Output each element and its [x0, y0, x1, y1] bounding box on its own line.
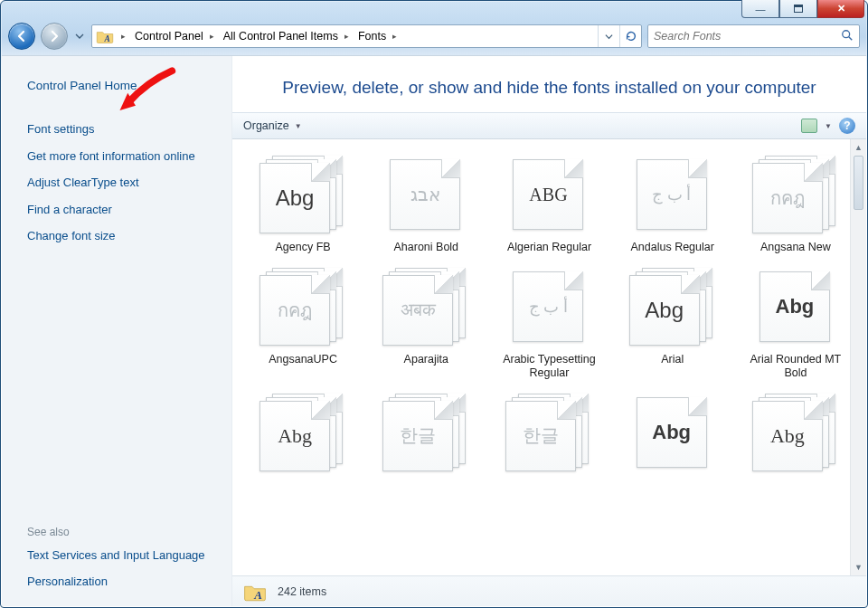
- scrollbar-vertical[interactable]: ▲ ▼: [850, 139, 866, 575]
- font-item[interactable]: अबकAparajita: [368, 268, 484, 381]
- chevron-down-icon: ▼: [295, 122, 302, 130]
- crumb-arrow[interactable]: ▸: [206, 25, 218, 47]
- font-item[interactable]: أ ب جAndalus Regular: [615, 156, 731, 255]
- search-box[interactable]: [647, 24, 860, 48]
- font-name: Arial Rounded MT Bold: [741, 353, 850, 381]
- scroll-down-button[interactable]: ▼: [851, 559, 866, 575]
- font-item[interactable]: אבגAharoni Bold: [368, 156, 484, 255]
- main-content: Preview, delete, or show and hide the fo…: [232, 56, 866, 606]
- organize-menu[interactable]: Organize ▼: [243, 119, 302, 132]
- font-sample: กคฎ: [259, 275, 330, 346]
- seealso-personalization[interactable]: Personalization: [27, 568, 218, 595]
- fonts-folder-icon: A: [94, 25, 116, 47]
- font-item[interactable]: AbgArial: [615, 268, 731, 381]
- font-item[interactable]: AbgAgency FB: [245, 156, 361, 255]
- font-item[interactable]: 한글: [491, 394, 607, 479]
- status-bar: A 242 items: [232, 575, 866, 606]
- font-item[interactable]: AbgArial Rounded MT Bold: [738, 268, 854, 381]
- font-name: AngsanaUPC: [269, 353, 337, 367]
- font-item[interactable]: أ ب جArabic Typesetting Regular: [491, 268, 607, 381]
- font-sample: Abg: [637, 397, 707, 468]
- titlebar: — ✕: [1, 1, 867, 18]
- arrow-left-icon: [14, 29, 29, 43]
- font-sample: אבג: [390, 159, 460, 230]
- font-thumb: أ ب ج: [629, 156, 716, 233]
- view-dropdown[interactable]: ▼: [825, 122, 832, 130]
- font-sample: กคฎ: [752, 163, 823, 233]
- font-thumb: Abg: [752, 394, 839, 471]
- close-button[interactable]: ✕: [817, 0, 864, 18]
- command-bar: Organize ▼ ▼ ?: [232, 112, 866, 139]
- font-thumb: Abg: [259, 394, 346, 471]
- font-item[interactable]: กคฎAngsana New: [738, 156, 854, 255]
- font-thumb: Abg: [259, 156, 346, 233]
- sidebar-link-cleartype[interactable]: Adjust ClearType text: [27, 169, 218, 196]
- font-name: Angsana New: [760, 241, 831, 255]
- see-also-header: See also: [27, 522, 218, 542]
- forward-button[interactable]: [41, 23, 68, 50]
- font-name: Aharoni Bold: [394, 241, 459, 255]
- font-thumb: Abg: [752, 268, 839, 346]
- search-icon: [841, 29, 854, 44]
- svg-text:A: A: [253, 588, 262, 602]
- font-item[interactable]: กคฎAngsanaUPC: [245, 268, 361, 381]
- font-name: Agency FB: [276, 241, 331, 255]
- crumb-arrow[interactable]: ▸: [389, 25, 401, 47]
- toolbar: A ▸ Control Panel ▸ All Control Panel It…: [1, 18, 867, 54]
- font-item[interactable]: Abg: [615, 394, 731, 479]
- font-sample: أ ب ج: [513, 271, 583, 342]
- font-item[interactable]: Abg: [245, 394, 361, 479]
- font-item[interactable]: ABGAlgerian Regular: [491, 156, 607, 255]
- crumb-1[interactable]: All Control Panel Items: [218, 25, 341, 47]
- page-title: Preview, delete, or show and hide the fo…: [232, 56, 866, 112]
- help-button[interactable]: ?: [839, 118, 855, 134]
- sidebar-link-find-character[interactable]: Find a character: [27, 196, 218, 223]
- font-thumb: กคฎ: [752, 156, 839, 233]
- font-thumb: ABG: [505, 156, 592, 233]
- previous-locations-dropdown[interactable]: [598, 25, 619, 47]
- sidebar-link-font-size[interactable]: Change font size: [27, 223, 218, 250]
- font-thumb: กคฎ: [259, 268, 346, 346]
- search-input[interactable]: [654, 30, 841, 43]
- minimize-button[interactable]: —: [741, 0, 779, 18]
- seealso-text-services[interactable]: Text Services and Input Language: [27, 542, 218, 569]
- font-thumb: אבג: [382, 156, 469, 233]
- font-sample: Abg: [259, 401, 330, 471]
- font-thumb: 한글: [505, 394, 592, 471]
- organize-label: Organize: [243, 119, 289, 132]
- font-grid: AbgAgency FBאבגAharoni BoldABGAlgerian R…: [232, 139, 866, 479]
- svg-point-1: [843, 30, 850, 37]
- font-item[interactable]: Abg: [738, 394, 854, 479]
- font-sample: Abg: [629, 275, 700, 346]
- address-bar[interactable]: A ▸ Control Panel ▸ All Control Panel It…: [91, 24, 642, 48]
- recent-pages-dropdown[interactable]: [73, 24, 86, 49]
- scrollbar-thumb[interactable]: [854, 156, 863, 210]
- sidebar-home[interactable]: Control Panel Home: [27, 72, 218, 100]
- sidebar-link-more-info[interactable]: Get more font information online: [27, 143, 218, 170]
- breadcrumb: ▸ Control Panel ▸ All Control Panel Item…: [118, 25, 401, 47]
- maximize-button[interactable]: [779, 0, 817, 18]
- item-count: 242 items: [278, 585, 326, 598]
- font-item[interactable]: 한글: [368, 394, 484, 479]
- fonts-window: — ✕ A ▸ Control Panel ▸ All Control Pane…: [0, 0, 868, 608]
- crumb-root-arrow[interactable]: ▸: [118, 25, 129, 47]
- chevron-down-icon: [75, 32, 84, 41]
- font-thumb: أ ب ج: [505, 268, 592, 346]
- font-sample: Abg: [752, 401, 823, 471]
- refresh-icon: [625, 30, 637, 43]
- sidebar: Control Panel Home Font settings Get mor…: [2, 56, 232, 606]
- font-thumb: अबक: [382, 268, 469, 346]
- font-sample: 한글: [382, 401, 453, 471]
- sidebar-link-font-settings[interactable]: Font settings: [27, 116, 218, 143]
- crumb-2[interactable]: Fonts: [353, 25, 389, 47]
- crumb-0[interactable]: Control Panel: [129, 25, 206, 47]
- font-thumb: 한글: [382, 394, 469, 471]
- refresh-button[interactable]: [619, 25, 641, 47]
- view-options[interactable]: [801, 119, 817, 133]
- font-sample: Abg: [259, 163, 330, 233]
- scroll-up-button[interactable]: ▲: [851, 139, 866, 156]
- crumb-arrow[interactable]: ▸: [341, 25, 353, 47]
- font-sample: 한글: [505, 401, 576, 471]
- font-name: Aparajita: [404, 353, 448, 367]
- back-button[interactable]: [8, 23, 35, 50]
